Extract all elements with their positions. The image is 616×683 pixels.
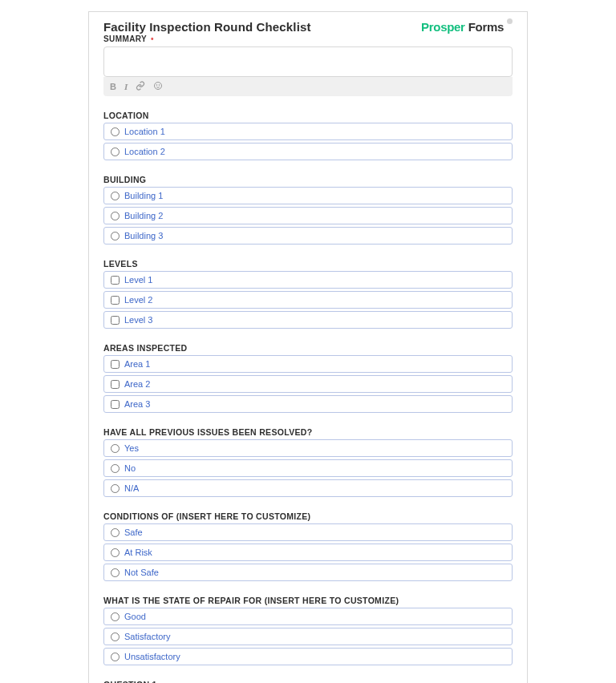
option-label[interactable]: Location 2 bbox=[124, 147, 165, 156]
option-label[interactable]: Building 2 bbox=[124, 211, 163, 220]
option-label[interactable]: No bbox=[124, 463, 136, 473]
option-row[interactable]: Satisfactory bbox=[103, 628, 513, 645]
section-label: CONDITIONS OF (INSERT HERE TO CUSTOMIZE) bbox=[103, 511, 513, 521]
bold-button[interactable]: B bbox=[110, 82, 116, 91]
radio-input[interactable] bbox=[111, 444, 120, 453]
brand-dot-icon bbox=[507, 18, 513, 24]
brand-part2: Forms bbox=[468, 20, 504, 34]
svg-point-2 bbox=[159, 85, 160, 86]
option-row[interactable]: Location 2 bbox=[103, 143, 513, 160]
section-location: LOCATIONLocation 1Location 2 bbox=[103, 111, 513, 160]
form-card: Facility Inspection Round Checklist SUMM… bbox=[88, 11, 528, 683]
checkbox-input[interactable] bbox=[111, 360, 120, 369]
option-row[interactable]: Unsatisfactory bbox=[103, 648, 513, 665]
option-row[interactable]: Yes bbox=[103, 439, 513, 457]
section-label: LEVELS bbox=[103, 259, 513, 269]
option-row[interactable]: Level 2 bbox=[103, 291, 513, 309]
editor-toolbar: B I bbox=[103, 77, 513, 96]
radio-input[interactable] bbox=[111, 212, 120, 220]
option-row[interactable]: Not Safe bbox=[103, 564, 513, 581]
checkbox-input[interactable] bbox=[111, 380, 120, 389]
italic-button[interactable]: I bbox=[124, 82, 128, 91]
option-label[interactable]: Yes bbox=[124, 443, 139, 453]
option-label[interactable]: At Risk bbox=[124, 548, 152, 557]
radio-input[interactable] bbox=[111, 232, 120, 240]
option-row[interactable]: N/A bbox=[103, 479, 513, 497]
radio-input[interactable] bbox=[111, 148, 120, 156]
section-conditions: CONDITIONS OF (INSERT HERE TO CUSTOMIZE)… bbox=[103, 511, 513, 581]
option-row[interactable]: Building 3 bbox=[103, 227, 513, 245]
radio-input[interactable] bbox=[111, 528, 120, 537]
option-row[interactable]: Level 3 bbox=[103, 311, 513, 329]
option-row[interactable]: At Risk bbox=[103, 544, 513, 561]
radio-input[interactable] bbox=[111, 464, 120, 473]
option-row[interactable]: No bbox=[103, 459, 513, 477]
checkbox-input[interactable] bbox=[111, 316, 120, 325]
section-label: BUILDING bbox=[103, 175, 513, 184]
summary-label: SUMMARY • bbox=[103, 34, 311, 43]
radio-input[interactable] bbox=[111, 484, 120, 493]
option-label[interactable]: Satisfactory bbox=[124, 632, 170, 641]
brand-part1: Prosper bbox=[421, 20, 465, 34]
option-row[interactable]: Building 1 bbox=[103, 187, 513, 204]
option-label[interactable]: Building 3 bbox=[124, 231, 163, 240]
summary-input[interactable] bbox=[103, 46, 513, 77]
radio-input[interactable] bbox=[111, 127, 120, 136]
section-prev_issues: HAVE ALL PREVIOUS ISSUES BEEN RESOLVED?Y… bbox=[103, 427, 513, 497]
brand-logo: Prosper Forms bbox=[421, 20, 513, 34]
option-row[interactable]: Good bbox=[103, 608, 513, 625]
form-title: Facility Inspection Round Checklist bbox=[103, 20, 311, 34]
link-icon[interactable] bbox=[136, 81, 145, 92]
section-label: AREAS INSPECTED bbox=[103, 343, 513, 353]
section-levels: LEVELSLevel 1Level 2Level 3 bbox=[103, 259, 513, 329]
option-row[interactable]: Building 2 bbox=[103, 207, 513, 224]
option-row[interactable]: Area 3 bbox=[103, 395, 513, 413]
svg-point-1 bbox=[156, 85, 157, 86]
option-label[interactable]: Level 2 bbox=[124, 295, 152, 305]
section-label: WHAT IS THE STATE OF REPAIR FOR (INSERT … bbox=[103, 596, 513, 605]
option-label[interactable]: Building 1 bbox=[124, 191, 163, 200]
option-label[interactable]: Safe bbox=[124, 527, 143, 537]
option-label[interactable]: Unsatisfactory bbox=[124, 652, 180, 661]
radio-input[interactable] bbox=[111, 653, 120, 661]
option-label[interactable]: Level 1 bbox=[124, 275, 152, 285]
option-label[interactable]: Not Safe bbox=[124, 568, 159, 577]
section-q1: QUESTION 1Yes bbox=[103, 680, 513, 683]
option-label[interactable]: Good bbox=[124, 612, 146, 621]
option-row[interactable]: Area 1 bbox=[103, 355, 513, 373]
radio-input[interactable] bbox=[111, 568, 120, 577]
section-label: QUESTION 1 bbox=[103, 680, 513, 683]
option-row[interactable]: Safe bbox=[103, 523, 513, 541]
option-label[interactable]: N/A bbox=[124, 483, 139, 493]
section-label: HAVE ALL PREVIOUS ISSUES BEEN RESOLVED? bbox=[103, 427, 513, 437]
emoji-icon[interactable] bbox=[153, 81, 163, 92]
option-label[interactable]: Area 2 bbox=[124, 379, 150, 389]
option-label[interactable]: Location 1 bbox=[124, 127, 165, 136]
option-label[interactable]: Level 3 bbox=[124, 315, 152, 325]
option-label[interactable]: Area 1 bbox=[124, 359, 150, 369]
section-building: BUILDINGBuilding 1Building 2Building 3 bbox=[103, 175, 513, 245]
radio-input[interactable] bbox=[111, 548, 120, 557]
checkbox-input[interactable] bbox=[111, 400, 120, 409]
option-row[interactable]: Level 1 bbox=[103, 271, 513, 289]
radio-input[interactable] bbox=[111, 612, 120, 621]
svg-point-0 bbox=[155, 83, 162, 90]
option-row[interactable]: Area 2 bbox=[103, 375, 513, 393]
checkbox-input[interactable] bbox=[111, 296, 120, 305]
section-areas: AREAS INSPECTEDArea 1Area 2Area 3 bbox=[103, 343, 513, 413]
summary-label-text: SUMMARY bbox=[103, 34, 147, 43]
radio-input[interactable] bbox=[111, 192, 120, 200]
section-label: LOCATION bbox=[103, 111, 513, 120]
option-label[interactable]: Area 3 bbox=[124, 399, 150, 409]
radio-input[interactable] bbox=[111, 632, 120, 641]
option-row[interactable]: Location 1 bbox=[103, 123, 513, 140]
header-row: Facility Inspection Round Checklist SUMM… bbox=[103, 20, 513, 43]
section-repair: WHAT IS THE STATE OF REPAIR FOR (INSERT … bbox=[103, 596, 513, 665]
required-marker: • bbox=[151, 34, 154, 43]
checkbox-input[interactable] bbox=[111, 276, 120, 285]
